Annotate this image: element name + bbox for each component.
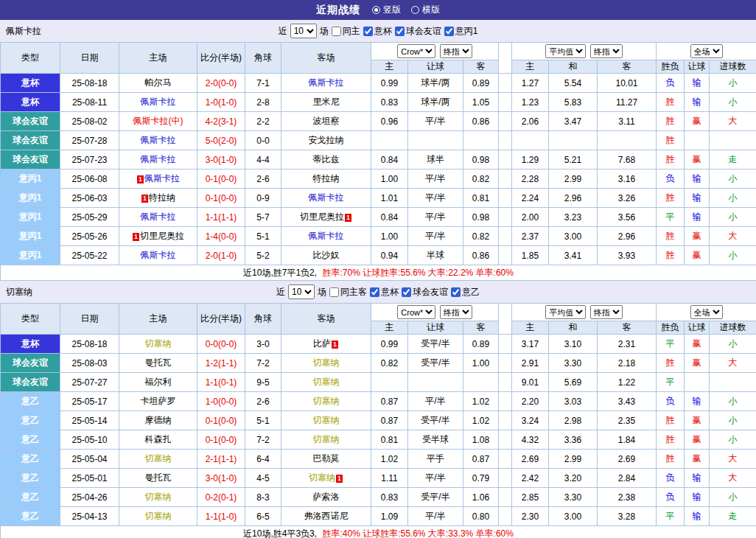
filter-friendly[interactable]: 球会友谊 xyxy=(402,286,448,298)
team-name[interactable]: 切塞纳 xyxy=(145,453,172,464)
filter-same-venue[interactable]: 同主客 xyxy=(329,286,367,298)
score-cell[interactable]: 1-0(0-0) xyxy=(197,392,245,411)
team-name[interactable]: 比萨1 xyxy=(313,338,339,349)
same-venue-checkbox[interactable] xyxy=(329,287,339,297)
league-checkbox[interactable] xyxy=(451,287,461,297)
score-cell[interactable]: 0-0(0-0) xyxy=(197,335,245,354)
matches-label: 场 xyxy=(320,25,329,38)
score-cell[interactable]: 0-1(0-0) xyxy=(197,189,245,208)
filter-league[interactable]: 意丙1 xyxy=(444,25,478,38)
layout-option-horizontal[interactable]: 横版 xyxy=(411,4,440,16)
team-name[interactable]: 切塞纳 xyxy=(145,338,172,349)
team-name[interactable]: 巴勒莫 xyxy=(313,453,340,464)
team-name[interactable]: 切里尼奥拉1 xyxy=(300,212,352,222)
friendly-checkbox[interactable] xyxy=(402,287,411,297)
team-name[interactable]: 1特拉纳 xyxy=(141,192,175,203)
bookmaker-select[interactable]: Crow* xyxy=(397,44,435,58)
cup-checkbox[interactable] xyxy=(363,27,373,36)
spacer-cell xyxy=(499,112,512,131)
team-name[interactable]: 曼托瓦 xyxy=(145,472,172,483)
league-checkbox[interactable] xyxy=(444,27,454,36)
team-name[interactable]: 摩德纳 xyxy=(145,415,172,425)
fullmatch-select[interactable]: 全场 xyxy=(690,44,723,58)
team-name[interactable]: 佩斯卡拉 xyxy=(141,212,176,222)
team-name[interactable]: 佩斯卡拉 xyxy=(141,135,176,145)
score-cell[interactable]: 1-4(0-0) xyxy=(197,227,245,246)
team-name[interactable]: 特拉纳 xyxy=(313,173,340,184)
score-cell[interactable]: 1-1(1-1) xyxy=(197,208,245,227)
score-cell[interactable]: 5-0(2-0) xyxy=(197,131,245,150)
score-cell[interactable]: 0-2(0-1) xyxy=(197,488,245,507)
col-corner: 角球 xyxy=(245,304,281,335)
team-name[interactable]: 卡坦萨罗 xyxy=(141,396,176,406)
match-row: 球会友谊25-07-27福尔利1-1(0-1)9-5切塞纳9.015.691.2… xyxy=(1,373,756,392)
score-cell[interactable]: 1-2(1-1) xyxy=(197,354,245,373)
team-name[interactable]: 切塞纳 xyxy=(313,396,340,406)
team-name[interactable]: 萨索洛 xyxy=(313,492,340,502)
team-name[interactable]: 曼托瓦 xyxy=(145,357,172,368)
score-cell[interactable]: 0-1(0-0) xyxy=(197,170,245,189)
spacer-column xyxy=(499,43,512,74)
team-name[interactable]: 切塞纳 xyxy=(313,434,340,444)
filter-cup[interactable]: 意杯 xyxy=(370,286,399,298)
score-cell[interactable]: 1-0(1-0) xyxy=(197,93,245,112)
score-cell[interactable]: 4-2(3-1) xyxy=(197,112,245,131)
asian-handicap-cell: 受平/半 xyxy=(408,354,463,373)
team-name[interactable]: 佩斯卡拉 xyxy=(141,250,176,260)
score-cell[interactable]: 2-0(0-0) xyxy=(197,74,245,93)
team-name[interactable]: 佩斯卡拉 xyxy=(141,97,176,107)
score-cell[interactable]: 2-1(1-1) xyxy=(197,450,245,469)
team-name[interactable]: 弗洛西诺尼 xyxy=(304,511,349,521)
filter-same-venue[interactable]: 同主 xyxy=(332,25,360,38)
team-name[interactable]: 切塞纳 xyxy=(145,511,172,521)
team-name[interactable]: 切塞纳 xyxy=(313,357,340,368)
team-name[interactable]: 佩斯卡拉 xyxy=(141,154,176,164)
team-name[interactable]: 波坦察 xyxy=(313,116,340,126)
team-name[interactable]: 切塞纳 xyxy=(313,415,340,425)
score-cell[interactable]: 3-0(1-0) xyxy=(197,150,245,170)
team-name[interactable]: 福尔利 xyxy=(145,377,172,387)
score-cell[interactable]: 2-0(1-0) xyxy=(197,246,245,265)
filter-league[interactable]: 意乙 xyxy=(451,286,480,298)
score-cell[interactable]: 0-1(0-0) xyxy=(197,430,245,450)
score-cell[interactable]: 1-1(1-0) xyxy=(197,507,245,526)
team-name[interactable]: 帕尔马 xyxy=(145,77,172,88)
cup-checkbox[interactable] xyxy=(370,287,379,297)
team-name[interactable]: 佩斯卡拉(中) xyxy=(133,116,183,126)
average-select[interactable]: 平均值 xyxy=(545,44,586,58)
filter-friendly[interactable]: 球会友谊 xyxy=(395,25,441,38)
bookmaker-select[interactable]: Crow* xyxy=(397,305,435,319)
team-name[interactable]: 佩斯卡拉 xyxy=(309,231,344,241)
euro-time-select[interactable]: 终指 xyxy=(590,305,623,319)
match-count-select[interactable]: 10 xyxy=(290,24,317,38)
team-name[interactable]: 1切里尼奥拉 xyxy=(132,231,184,241)
team-name[interactable]: 蒂比兹 xyxy=(313,154,340,164)
euro-time-select[interactable]: 终指 xyxy=(590,44,623,58)
team-name[interactable]: 切塞纳 xyxy=(313,377,340,387)
score-cell[interactable]: 1-1(0-1) xyxy=(197,373,245,392)
team-name[interactable]: 佩斯卡拉 xyxy=(309,77,344,88)
team-name[interactable]: 里米尼 xyxy=(313,97,340,107)
layout-option-vertical[interactable]: 竖版 xyxy=(372,4,401,16)
asian-away-odds-cell: 1.05 xyxy=(463,93,499,112)
filter-cup[interactable]: 意杯 xyxy=(363,25,392,38)
result-handicap-cell: 赢 xyxy=(685,227,710,246)
team-name[interactable]: 切塞纳 xyxy=(145,492,172,502)
asian-time-select[interactable]: 终指 xyxy=(440,44,472,58)
fullmatch-select[interactable]: 全场 xyxy=(690,305,723,319)
same-venue-checkbox[interactable] xyxy=(332,27,341,36)
team-name[interactable]: 比沙奴 xyxy=(313,250,340,260)
team-name[interactable]: 1佩斯卡拉 xyxy=(136,173,180,184)
score-cell[interactable]: 3-0(1-0) xyxy=(197,469,245,488)
average-select[interactable]: 平均值 xyxy=(545,305,586,319)
match-count-select[interactable]: 10 xyxy=(288,284,315,299)
team-name[interactable]: 切塞纳1 xyxy=(309,472,343,483)
score-cell[interactable]: 0-1(0-0) xyxy=(197,411,245,430)
team-name[interactable]: 安戈拉纳 xyxy=(309,135,344,145)
team-name[interactable]: 佩斯卡拉 xyxy=(309,192,344,203)
asian-time-select[interactable]: 终指 xyxy=(440,305,472,319)
avg-home-odds-cell xyxy=(512,131,549,150)
team-name[interactable]: 科森扎 xyxy=(145,434,172,444)
spacer-cell xyxy=(499,227,512,246)
friendly-checkbox[interactable] xyxy=(395,27,405,36)
